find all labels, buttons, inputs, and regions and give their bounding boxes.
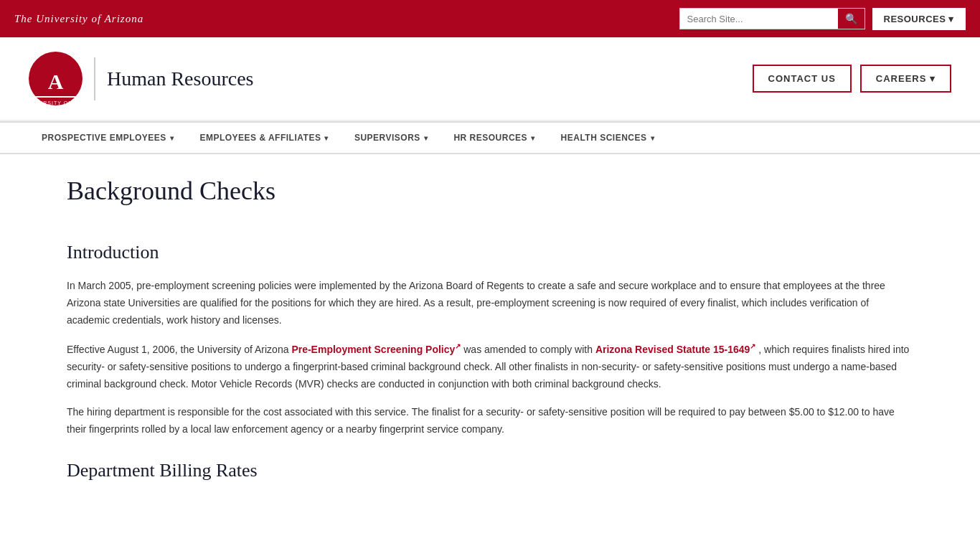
page-title: Background Checks [67, 176, 913, 213]
contact-us-button[interactable]: CONTACT US [753, 65, 852, 93]
svg-rect-2 [34, 96, 77, 98]
ua-logo-icon: A THE UNIVERSITY OF ARIZONA [29, 52, 83, 105]
nav-supervisors[interactable]: SUPERVISORS ▾ [341, 123, 440, 153]
chevron-down-icon: ▾ [324, 134, 329, 142]
paragraph-2-middle: was amended to comply with [463, 344, 595, 355]
paragraph-2-before: Effective August 1, 2006, the University… [67, 344, 291, 355]
university-logo-text: The University of Arizona [14, 13, 143, 25]
main-nav: PROSPECTIVE EMPLOYEES ▾ EMPLOYEES & AFFI… [0, 121, 980, 154]
top-bar: The University of Arizona 🔍 RESOURCES ▾ [0, 0, 980, 37]
nav-prospective-employees[interactable]: PROSPECTIVE EMPLOYEES ▾ [29, 123, 187, 153]
dept-billing-title: Department Billing Rates [67, 460, 913, 481]
search-container: 🔍 [679, 8, 865, 29]
pre-employment-link[interactable]: Pre-Employment Screening Policy [291, 344, 461, 355]
search-input[interactable] [680, 9, 838, 29]
search-button[interactable]: 🔍 [838, 9, 864, 29]
paragraph-3: The hiring department is responsible for… [67, 404, 913, 438]
paragraph-1: In March 2005, pre-employment screening … [67, 278, 913, 329]
paragraph-2: Effective August 1, 2006, the University… [67, 340, 913, 392]
top-bar-right: 🔍 RESOURCES ▾ [679, 8, 966, 30]
chevron-down-icon: ▾ [651, 134, 655, 142]
main-content: Background Checks Introduction In March … [38, 154, 942, 503]
header-nav: CONTACT US CAREERS ▾ [753, 65, 951, 93]
nav-hr-resources[interactable]: HR RESOURCES ▾ [440, 123, 547, 153]
site-title: Human Resources [107, 67, 254, 90]
intro-title: Introduction [67, 242, 913, 263]
svg-text:THE UNIVERSITY OF ARIZONA: THE UNIVERSITY OF ARIZONA [29, 100, 83, 105]
nav-health-sciences[interactable]: HEALTH SCIENCES ▾ [548, 123, 667, 153]
resources-button[interactable]: RESOURCES ▾ [872, 8, 966, 30]
chevron-down-icon: ▾ [170, 134, 174, 142]
careers-button[interactable]: CAREERS ▾ [860, 65, 951, 93]
nav-employees-affiliates[interactable]: EMPLOYEES & AFFILIATES ▾ [187, 123, 341, 153]
header-logo: A THE UNIVERSITY OF ARIZONA Human Resour… [29, 52, 254, 105]
header: A THE UNIVERSITY OF ARIZONA Human Resour… [0, 37, 980, 121]
chevron-down-icon: ▾ [531, 134, 535, 142]
statute-link[interactable]: Arizona Revised Statute 15-1649 [595, 344, 756, 355]
logo-divider [94, 57, 95, 100]
svg-text:A: A [48, 70, 64, 93]
chevron-down-icon: ▾ [424, 134, 428, 142]
